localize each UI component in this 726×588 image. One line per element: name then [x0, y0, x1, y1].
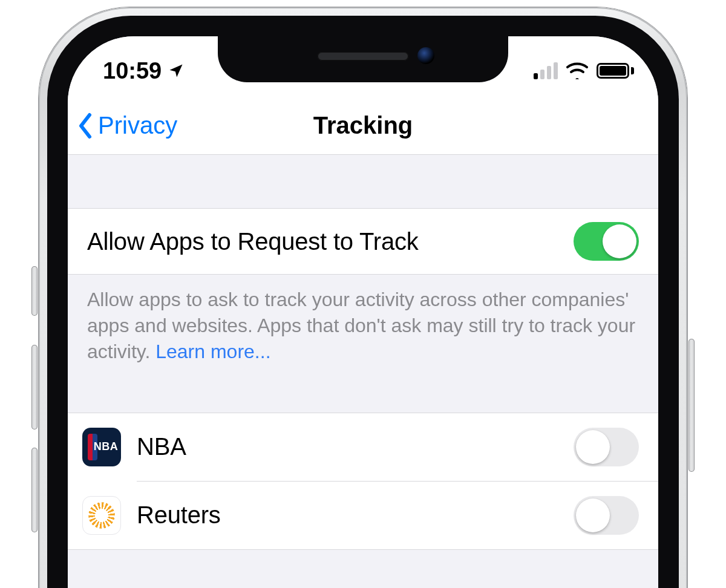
toggle-knob [603, 224, 636, 258]
front-camera [417, 47, 434, 64]
toggle-knob [576, 430, 610, 464]
learn-more-link[interactable]: Learn more... [155, 341, 270, 362]
page-title: Tracking [68, 112, 658, 139]
allow-apps-label: Allow Apps to Request to Track [87, 228, 419, 255]
nba-toggle[interactable] [574, 428, 639, 466]
allow-apps-toggle[interactable] [574, 222, 639, 261]
battery-fill [600, 66, 626, 76]
allow-apps-footer: Allow apps to ask to track your activity… [68, 275, 658, 386]
allow-apps-row: Allow Apps to Request to Track [68, 209, 658, 274]
app-row-reuters: Reuters [68, 482, 658, 549]
app-name-label: Reuters [137, 501, 221, 529]
phone-frame: 10:59 [39, 7, 687, 588]
cellular-icon [534, 62, 558, 79]
nba-app-icon: NBA [82, 428, 121, 466]
volume-down-button [31, 448, 38, 532]
volume-up-button [31, 345, 38, 430]
apps-group: NBA NBA Reuters [68, 413, 658, 550]
phone-screen: 10:59 [68, 36, 658, 588]
status-right [534, 62, 634, 79]
phone-bezel: 10:59 [47, 16, 679, 588]
trailing-space [68, 550, 658, 588]
nav-bar: Privacy Tracking [68, 97, 658, 155]
stage: 10:59 [0, 0, 726, 588]
notch [218, 36, 508, 82]
power-button [688, 339, 695, 472]
battery-icon [597, 63, 634, 79]
app-row-nba: NBA NBA [68, 413, 658, 481]
reuters-toggle[interactable] [574, 496, 639, 535]
allow-apps-group: Allow Apps to Request to Track [68, 208, 658, 275]
mute-switch [31, 266, 38, 316]
reuters-app-icon [82, 496, 121, 535]
status-left: 10:59 [103, 58, 185, 84]
speaker-grille [318, 52, 408, 60]
wifi-icon [566, 62, 588, 79]
app-name-label: NBA [137, 433, 186, 460]
toggle-knob [576, 498, 610, 532]
section-spacer [68, 155, 658, 208]
location-icon [168, 62, 185, 79]
settings-body: Allow Apps to Request to Track Allow app… [68, 155, 658, 588]
status-time: 10:59 [103, 58, 162, 84]
